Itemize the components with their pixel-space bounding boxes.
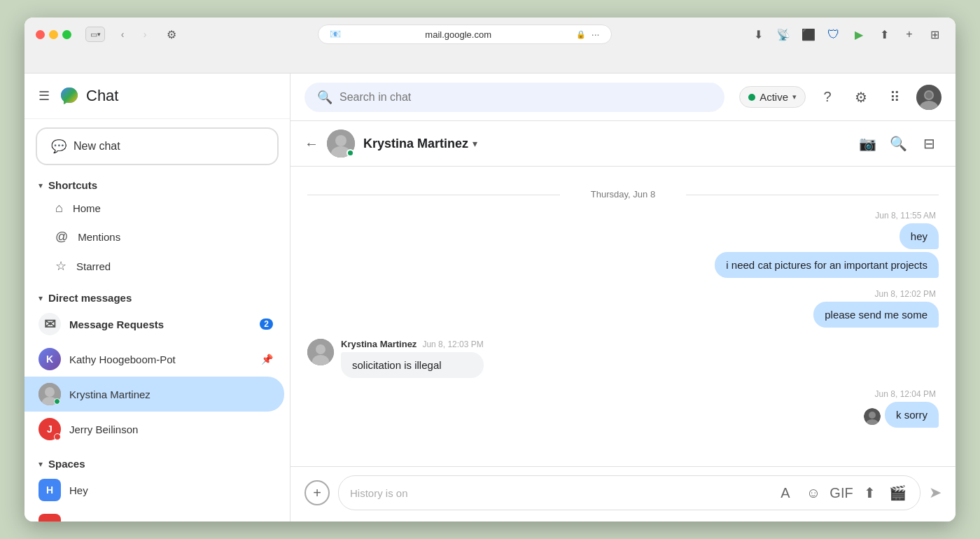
- chat-contact-name: Krystina Martinez: [363, 136, 468, 151]
- search-box[interactable]: 🔍: [304, 83, 724, 112]
- kathy-name: Kathy Hoogeboom-Pot: [69, 354, 253, 365]
- sidebar: ☰ Chat: [24, 74, 290, 522]
- message-time-1: Jun 8, 11:55 AM: [307, 211, 936, 220]
- active-status-button[interactable]: Active ▾: [739, 86, 806, 108]
- spaces-section-header[interactable]: ▾ Spaces: [24, 452, 290, 472]
- apps-grid-button[interactable]: ⠿: [883, 85, 906, 109]
- shortcuts-title: Shortcuts: [48, 179, 97, 191]
- sidebar-item-mentions[interactable]: @ Mentions: [24, 223, 290, 251]
- received-group-krystina: Krystina Martinez Jun 8, 12:03 PM solici…: [307, 339, 939, 378]
- back-button[interactable]: ←: [304, 136, 318, 152]
- active-status-dot: [748, 94, 755, 101]
- mention-gif-button[interactable]: GIF: [830, 482, 853, 504]
- forward-button: ›: [136, 25, 154, 43]
- message-requests-icon: ✉: [38, 313, 61, 335]
- kathy-avatar: K: [38, 348, 61, 370]
- more-options-icon[interactable]: ···: [592, 29, 600, 40]
- received-message-solicitation: solicitation is illegal: [341, 352, 484, 378]
- add-attachment-button[interactable]: +: [304, 480, 330, 505]
- dm-item-message-requests[interactable]: ✉ Message Requests 2: [24, 307, 284, 342]
- shield-icon[interactable]: 🛡: [824, 24, 844, 44]
- recv-sender-name: Krystina Martinez: [341, 339, 416, 349]
- jerry-avatar-wrapper: J: [38, 418, 61, 440]
- sent-message-send-some: please send me some: [813, 302, 939, 328]
- dm-item-krystina[interactable]: Krystina Martinez: [24, 377, 284, 412]
- space-item-real-work[interactable]: R Real Work Channel: [24, 507, 290, 522]
- sidebar-toggle-button[interactable]: ▭ ▾: [85, 27, 105, 42]
- app-content: ☰ Chat: [24, 74, 955, 522]
- upload-button[interactable]: ⬆: [858, 482, 881, 504]
- video-call-button[interactable]: 📷: [855, 131, 880, 156]
- recv-time: Jun 8, 12:03 PM: [422, 340, 483, 349]
- app-title: Chat: [86, 87, 118, 105]
- space-item-hey[interactable]: H Hey: [24, 472, 290, 507]
- emoji-button[interactable]: ☺: [802, 482, 825, 504]
- send-button[interactable]: ➤: [929, 484, 941, 502]
- real-work-space-name: Real Work Channel: [69, 519, 160, 522]
- address-bar[interactable]: 📧 mail.google.com 🔒 ···: [318, 24, 612, 44]
- search-chat-button[interactable]: 🔍: [886, 131, 911, 156]
- active-status-label: Active: [760, 91, 788, 103]
- topbar-right: Active ▾ ? ⚙ ⠿: [739, 85, 941, 110]
- svg-point-13: [316, 344, 326, 354]
- active-chevron-icon: ▾: [792, 92, 797, 102]
- pocket-icon[interactable]: ⬛: [799, 24, 818, 44]
- sidebar-item-starred[interactable]: ☆ Starred: [24, 251, 290, 281]
- chat-name-area[interactable]: Krystina Martinez ▾: [363, 136, 477, 151]
- search-icon: 🔍: [317, 90, 332, 105]
- jerry-name: Jerry Beilinson: [69, 424, 273, 435]
- message-input[interactable]: History is on: [350, 487, 769, 499]
- topbar: 🔍 Active ▾ ? ⚙ ⠿: [290, 74, 955, 121]
- minimize-traffic-light[interactable]: [49, 30, 58, 39]
- message-time-4: Jun 8, 12:04 PM: [307, 389, 936, 399]
- message-group-3: Krystina Martinez Jun 8, 12:03 PM solici…: [307, 339, 939, 381]
- svg-point-2: [45, 387, 55, 397]
- sent-message-hey: hey: [899, 223, 939, 249]
- dm-item-jerry[interactable]: J Jerry Beilinson: [24, 412, 284, 447]
- contact-online-dot: [346, 149, 354, 157]
- shortcuts-section-header[interactable]: ▾ Shortcuts: [24, 174, 290, 194]
- chat-logo-icon: [58, 85, 80, 107]
- browser-nav: ‹ ›: [113, 25, 154, 43]
- new-chat-icon: 💬: [51, 139, 66, 154]
- dm-item-kathy[interactable]: K Kathy Hoogeboom-Pot 📌: [24, 342, 284, 377]
- traffic-lights: [36, 30, 71, 39]
- settings-button[interactable]: ⚙: [162, 25, 181, 43]
- format-text-button[interactable]: A: [774, 482, 797, 504]
- browser-tabs: [24, 47, 955, 69]
- jerry-avatar: J: [38, 418, 61, 440]
- sent-message-k-sorry: k sorry: [885, 402, 939, 428]
- hey-space-avatar: H: [38, 479, 61, 501]
- settings-gear-button[interactable]: ⚙: [849, 85, 873, 109]
- address-bar-area: 📧 mail.google.com 🔒 ···: [189, 24, 740, 44]
- dm-title: Direct messages: [48, 292, 132, 304]
- sender-small-avatar: [864, 408, 881, 425]
- krystina-recv-avatar: [307, 339, 334, 365]
- video-message-button[interactable]: 🎬: [886, 482, 909, 504]
- help-button[interactable]: ?: [816, 85, 839, 109]
- svg-point-10: [335, 135, 346, 146]
- maximize-traffic-light[interactable]: [62, 30, 71, 39]
- search-input[interactable]: [340, 91, 712, 104]
- message-group-2: Jun 8, 12:02 PM please send me some: [307, 289, 939, 330]
- add-tab-icon[interactable]: +: [899, 24, 919, 44]
- star-icon: ☆: [55, 258, 66, 274]
- krystina-name: Krystina Martinez: [69, 388, 273, 400]
- input-area: + History is on A ☺ GIF ⬆ 🎬 ➤: [290, 466, 955, 522]
- back-button[interactable]: ‹: [113, 25, 132, 43]
- hamburger-menu-button[interactable]: ☰: [38, 88, 50, 104]
- sidebar-item-home[interactable]: ⌂ Home: [24, 194, 290, 223]
- rss-icon[interactable]: 📡: [774, 24, 793, 44]
- download-icon[interactable]: ⬇: [748, 24, 768, 44]
- new-chat-button[interactable]: 💬 New chat: [36, 127, 279, 165]
- user-avatar[interactable]: [916, 85, 941, 110]
- share-icon[interactable]: ⬆: [874, 24, 894, 44]
- dm-section-header[interactable]: ▾ Direct messages: [24, 286, 290, 307]
- message-time-2: Jun 8, 12:02 PM: [307, 289, 936, 299]
- close-traffic-light[interactable]: [36, 30, 45, 39]
- svg-point-16: [869, 412, 876, 419]
- tabs-icon[interactable]: ⊞: [925, 24, 944, 44]
- side-panel-button[interactable]: ⊟: [916, 131, 941, 156]
- play-icon[interactable]: ▶: [849, 24, 869, 44]
- chat-name-dropdown-icon: ▾: [472, 138, 477, 149]
